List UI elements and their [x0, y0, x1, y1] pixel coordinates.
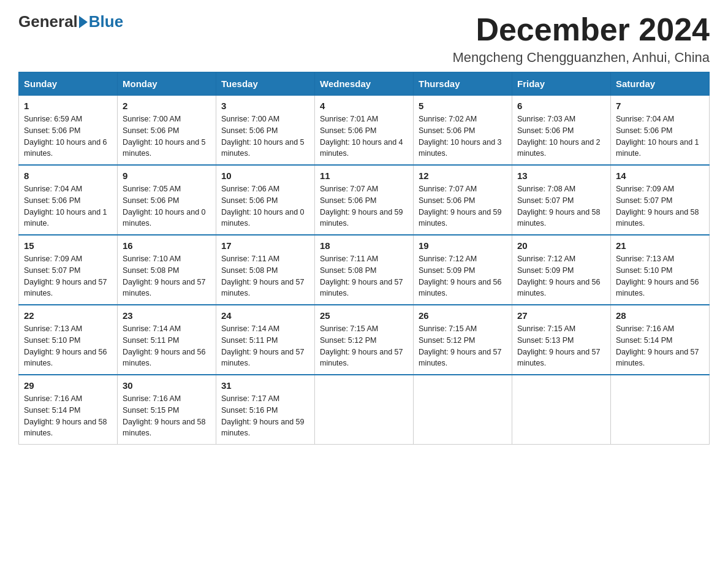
day-info: Sunrise: 7:07 AMSunset: 5:06 PMDaylight:…	[419, 185, 502, 228]
calendar-cell: 27 Sunrise: 7:15 AMSunset: 5:13 PMDaylig…	[512, 305, 611, 375]
week-row-5: 29 Sunrise: 7:16 AMSunset: 5:14 PMDaylig…	[19, 375, 710, 445]
day-number: 27	[517, 310, 605, 321]
day-number: 14	[616, 170, 704, 181]
day-info: Sunrise: 7:10 AMSunset: 5:08 PMDaylight:…	[123, 255, 206, 297]
col-saturday: Saturday	[611, 72, 710, 96]
day-number: 30	[123, 380, 211, 391]
week-row-2: 8 Sunrise: 7:04 AMSunset: 5:06 PMDayligh…	[19, 165, 710, 235]
calendar-cell: 11 Sunrise: 7:07 AMSunset: 5:06 PMDaylig…	[315, 165, 414, 235]
day-info: Sunrise: 7:02 AMSunset: 5:06 PMDaylight:…	[419, 115, 502, 158]
col-friday: Friday	[512, 72, 611, 96]
title-area: December 2024 Mengcheng Chengguanzhen, A…	[452, 12, 710, 66]
calendar-cell: 25 Sunrise: 7:15 AMSunset: 5:12 PMDaylig…	[315, 305, 414, 375]
calendar-cell: 24 Sunrise: 7:14 AMSunset: 5:11 PMDaylig…	[216, 305, 315, 375]
day-info: Sunrise: 7:11 AMSunset: 5:08 PMDaylight:…	[320, 255, 403, 297]
day-info: Sunrise: 6:59 AMSunset: 5:06 PMDaylight:…	[24, 115, 107, 158]
day-info: Sunrise: 7:16 AMSunset: 5:14 PMDaylight:…	[24, 394, 107, 437]
day-info: Sunrise: 7:04 AMSunset: 5:06 PMDaylight:…	[24, 185, 107, 228]
calendar-cell: 9 Sunrise: 7:05 AMSunset: 5:06 PMDayligh…	[118, 165, 216, 235]
col-monday: Monday	[118, 72, 216, 96]
day-info: Sunrise: 7:17 AMSunset: 5:16 PMDaylight:…	[221, 394, 305, 437]
calendar-cell: 2 Sunrise: 7:00 AMSunset: 5:06 PMDayligh…	[118, 96, 216, 166]
week-row-3: 15 Sunrise: 7:09 AMSunset: 5:07 PMDaylig…	[19, 235, 710, 305]
day-number: 12	[419, 170, 507, 181]
calendar-cell: 5 Sunrise: 7:02 AMSunset: 5:06 PMDayligh…	[414, 96, 512, 166]
day-info: Sunrise: 7:06 AMSunset: 5:06 PMDaylight:…	[221, 185, 305, 228]
calendar-cell: 14 Sunrise: 7:09 AMSunset: 5:07 PMDaylig…	[611, 165, 710, 235]
calendar-cell: 6 Sunrise: 7:03 AMSunset: 5:06 PMDayligh…	[512, 96, 611, 166]
calendar-cell: 19 Sunrise: 7:12 AMSunset: 5:09 PMDaylig…	[414, 235, 512, 305]
calendar-header: Sunday Monday Tuesday Wednesday Thursday…	[19, 72, 710, 96]
calendar-cell	[512, 375, 611, 445]
day-number: 22	[24, 310, 112, 321]
calendar-cell: 22 Sunrise: 7:13 AMSunset: 5:10 PMDaylig…	[19, 305, 118, 375]
day-number: 11	[320, 170, 408, 181]
day-info: Sunrise: 7:14 AMSunset: 5:11 PMDaylight:…	[123, 324, 206, 367]
day-number: 20	[517, 240, 605, 251]
calendar-cell: 13 Sunrise: 7:08 AMSunset: 5:07 PMDaylig…	[512, 165, 611, 235]
header-row: Sunday Monday Tuesday Wednesday Thursday…	[19, 72, 710, 96]
day-number: 26	[419, 310, 507, 321]
day-info: Sunrise: 7:16 AMSunset: 5:14 PMDaylight:…	[616, 324, 699, 367]
calendar-cell: 12 Sunrise: 7:07 AMSunset: 5:06 PMDaylig…	[414, 165, 512, 235]
page-header: General Blue December 2024 Mengcheng Che…	[18, 12, 710, 66]
day-info: Sunrise: 7:05 AMSunset: 5:06 PMDaylight:…	[123, 185, 206, 228]
col-sunday: Sunday	[19, 72, 118, 96]
day-info: Sunrise: 7:15 AMSunset: 5:12 PMDaylight:…	[320, 324, 403, 367]
day-info: Sunrise: 7:07 AMSunset: 5:06 PMDaylight:…	[320, 185, 403, 228]
day-number: 24	[221, 310, 309, 321]
calendar-cell: 28 Sunrise: 7:16 AMSunset: 5:14 PMDaylig…	[611, 305, 710, 375]
day-number: 29	[24, 380, 112, 391]
calendar-cell: 29 Sunrise: 7:16 AMSunset: 5:14 PMDaylig…	[19, 375, 118, 445]
calendar-table: Sunday Monday Tuesday Wednesday Thursday…	[18, 72, 710, 445]
calendar-cell: 30 Sunrise: 7:16 AMSunset: 5:15 PMDaylig…	[118, 375, 216, 445]
day-number: 16	[123, 240, 211, 251]
day-number: 6	[517, 101, 605, 111]
day-number: 13	[517, 170, 605, 181]
location-subtitle: Mengcheng Chengguanzhen, Anhui, China	[452, 50, 710, 66]
calendar-cell	[414, 375, 512, 445]
day-number: 4	[320, 101, 408, 111]
col-thursday: Thursday	[414, 72, 512, 96]
day-number: 15	[24, 240, 112, 251]
day-number: 17	[221, 240, 309, 251]
calendar-cell: 17 Sunrise: 7:11 AMSunset: 5:08 PMDaylig…	[216, 235, 315, 305]
day-info: Sunrise: 7:09 AMSunset: 5:07 PMDaylight:…	[616, 185, 699, 228]
calendar-cell: 15 Sunrise: 7:09 AMSunset: 5:07 PMDaylig…	[19, 235, 118, 305]
day-info: Sunrise: 7:12 AMSunset: 5:09 PMDaylight:…	[517, 255, 601, 297]
day-number: 19	[419, 240, 507, 251]
day-info: Sunrise: 7:13 AMSunset: 5:10 PMDaylight:…	[616, 255, 699, 297]
logo-triangle-icon	[79, 16, 88, 28]
day-number: 10	[221, 170, 309, 181]
col-wednesday: Wednesday	[315, 72, 414, 96]
calendar-cell: 10 Sunrise: 7:06 AMSunset: 5:06 PMDaylig…	[216, 165, 315, 235]
day-number: 25	[320, 310, 408, 321]
logo: General Blue	[18, 12, 123, 31]
day-info: Sunrise: 7:15 AMSunset: 5:13 PMDaylight:…	[517, 324, 601, 367]
calendar-cell: 3 Sunrise: 7:00 AMSunset: 5:06 PMDayligh…	[216, 96, 315, 166]
calendar-cell: 7 Sunrise: 7:04 AMSunset: 5:06 PMDayligh…	[611, 96, 710, 166]
day-number: 21	[616, 240, 704, 251]
calendar-cell: 18 Sunrise: 7:11 AMSunset: 5:08 PMDaylig…	[315, 235, 414, 305]
day-info: Sunrise: 7:12 AMSunset: 5:09 PMDaylight:…	[419, 255, 502, 297]
day-number: 31	[221, 380, 309, 391]
calendar-cell: 26 Sunrise: 7:15 AMSunset: 5:12 PMDaylig…	[414, 305, 512, 375]
day-info: Sunrise: 7:16 AMSunset: 5:15 PMDaylight:…	[123, 394, 206, 437]
calendar-cell: 1 Sunrise: 6:59 AMSunset: 5:06 PMDayligh…	[19, 96, 118, 166]
day-info: Sunrise: 7:15 AMSunset: 5:12 PMDaylight:…	[419, 324, 502, 367]
calendar-cell	[315, 375, 414, 445]
calendar-cell: 8 Sunrise: 7:04 AMSunset: 5:06 PMDayligh…	[19, 165, 118, 235]
logo-blue-text: Blue	[89, 12, 123, 31]
day-number: 2	[123, 101, 211, 111]
day-number: 8	[24, 170, 112, 181]
day-info: Sunrise: 7:01 AMSunset: 5:06 PMDaylight:…	[320, 115, 403, 158]
logo-general-text: General	[18, 12, 78, 31]
day-number: 28	[616, 310, 704, 321]
calendar-cell: 31 Sunrise: 7:17 AMSunset: 5:16 PMDaylig…	[216, 375, 315, 445]
week-row-4: 22 Sunrise: 7:13 AMSunset: 5:10 PMDaylig…	[19, 305, 710, 375]
calendar-cell: 16 Sunrise: 7:10 AMSunset: 5:08 PMDaylig…	[118, 235, 216, 305]
day-info: Sunrise: 7:13 AMSunset: 5:10 PMDaylight:…	[24, 324, 107, 367]
day-info: Sunrise: 7:04 AMSunset: 5:06 PMDaylight:…	[616, 115, 699, 158]
day-number: 23	[123, 310, 211, 321]
week-row-1: 1 Sunrise: 6:59 AMSunset: 5:06 PMDayligh…	[19, 96, 710, 166]
